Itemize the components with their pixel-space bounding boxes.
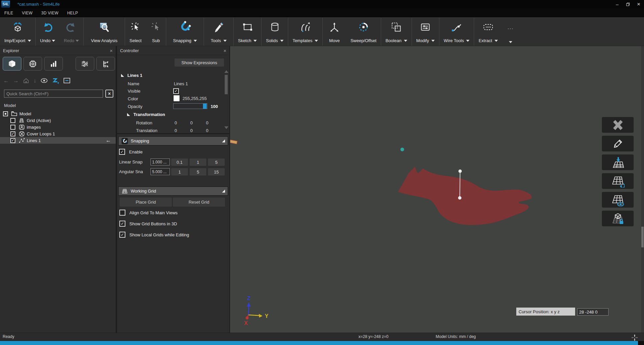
toolbar-move[interactable]: Move xyxy=(323,18,346,46)
angular-preset-1[interactable]: 1 xyxy=(171,168,188,176)
reset-grid-button[interactable]: Reset Grid xyxy=(173,198,225,207)
line-endpoint-top[interactable] xyxy=(458,169,462,173)
tree-item-label[interactable]: Lines 1 xyxy=(27,138,41,143)
grid-checkbox[interactable] xyxy=(10,118,15,123)
line-endpoint-bottom[interactable] xyxy=(458,196,461,200)
search-clear-button[interactable]: × xyxy=(105,90,113,98)
visibility-eye-icon[interactable] xyxy=(40,78,48,84)
measurement-line[interactable] xyxy=(460,171,460,198)
toolbar-redo[interactable]: Redo xyxy=(60,18,83,46)
align-grid-checkbox[interactable] xyxy=(119,210,125,216)
tree-row-grid[interactable]: Grid (Active) xyxy=(0,117,116,124)
tree-item-label[interactable]: Grid (Active) xyxy=(27,118,51,123)
dropdown-arrow-icon[interactable] xyxy=(431,40,435,42)
toolbar-view-analysis[interactable]: View Analysis xyxy=(84,18,125,46)
show-grid-buttons-checkbox[interactable]: ✓ xyxy=(119,221,125,227)
collapse-icon[interactable] xyxy=(222,190,225,193)
dropdown-arrow-icon[interactable] xyxy=(28,40,31,42)
rotation-values[interactable]: 000 xyxy=(175,119,222,126)
name-value[interactable]: Lines 1 xyxy=(174,80,188,87)
collapse-icon[interactable] xyxy=(222,139,225,142)
viewport-scroll-thumb[interactable] xyxy=(641,227,644,247)
viewport-scrollbar[interactable] xyxy=(641,46,644,333)
cover-loops-checkbox[interactable]: ✓ xyxy=(10,131,15,136)
scroll-down-icon[interactable] xyxy=(224,126,228,129)
tree-item-label[interactable]: Model xyxy=(19,111,31,116)
dropdown-arrow-icon[interactable] xyxy=(404,40,407,42)
color-swatch[interactable] xyxy=(173,95,180,102)
dropdown-arrow-icon[interactable] xyxy=(315,40,318,42)
angular-preset-15[interactable]: 15 xyxy=(208,168,225,176)
maximize-button[interactable] xyxy=(623,0,633,8)
grid-edit-button[interactable] xyxy=(602,136,634,151)
tree-row-model[interactable]: Model xyxy=(0,110,116,117)
linear-snap-input[interactable]: 1.000 ... xyxy=(150,158,170,165)
minimize-button[interactable]: – xyxy=(612,0,623,8)
images-checkbox[interactable] xyxy=(10,125,15,130)
toolbar-overflow[interactable]: ... xyxy=(502,18,519,46)
grid-lock-button[interactable] xyxy=(602,211,634,226)
grid-close-button[interactable] xyxy=(602,117,634,133)
toolbar-sweep-offset[interactable]: Sweep/Offset xyxy=(346,18,381,46)
opacity-slider-handle[interactable] xyxy=(203,104,207,109)
toolbar-tools[interactable]: Tools xyxy=(204,18,233,46)
down-arrow-icon[interactable]: ↓ xyxy=(33,78,36,84)
menu-3d-view[interactable]: 3D VIEW xyxy=(37,11,63,15)
collapse-minus-icon[interactable] xyxy=(63,78,71,84)
scroll-thumb[interactable] xyxy=(225,75,228,94)
linear-preset-1[interactable]: 1 xyxy=(190,158,206,166)
show-local-grids-checkbox[interactable]: ✓ xyxy=(119,232,125,238)
transform-expander-icon[interactable] xyxy=(127,113,130,116)
dropdown-arrow-icon[interactable] xyxy=(466,40,469,42)
dropdown-arrow-icon[interactable] xyxy=(509,41,512,43)
grid-place-button[interactable] xyxy=(602,154,634,170)
dropdown-arrow-icon[interactable] xyxy=(495,40,498,42)
explorer-close-icon[interactable]: × xyxy=(110,48,113,53)
zoom-extents-icon[interactable] xyxy=(52,77,59,84)
blob-shape[interactable] xyxy=(398,166,532,225)
toolbar-sub[interactable]: Sub xyxy=(146,18,166,46)
snapping-section-header[interactable]: Snapping xyxy=(118,136,228,145)
place-grid-button[interactable]: Place Grid xyxy=(120,198,172,207)
tree-row-cover-loops[interactable]: ✓ Cover Loops 1 xyxy=(0,130,116,137)
back-icon[interactable]: ← xyxy=(3,78,9,84)
dropdown-arrow-icon[interactable] xyxy=(253,40,257,42)
tab-simulation[interactable] xyxy=(23,57,42,71)
linear-preset-5[interactable]: 5 xyxy=(208,158,225,166)
show-expressions-button[interactable]: Show Expressions xyxy=(175,59,224,67)
tree-row-images[interactable]: images xyxy=(0,124,116,130)
angular-snap-input[interactable]: 5.000 ... xyxy=(150,168,170,175)
toolbar-sketch[interactable]: Sketch xyxy=(234,18,261,46)
tree-item-label[interactable]: images xyxy=(27,125,41,130)
toolbar-solids[interactable]: Solids xyxy=(261,18,288,46)
grid-visibility-button[interactable] xyxy=(602,192,634,208)
dropdown-arrow-icon[interactable] xyxy=(223,40,227,42)
tree-row-lines[interactable]: ✓ Lines 1 ← xyxy=(0,137,116,144)
snapping-enable-checkbox[interactable]: ✓ xyxy=(119,149,125,155)
angular-preset-5[interactable]: 5 xyxy=(190,168,206,176)
menu-view[interactable]: VIEW xyxy=(18,11,37,15)
translation-values[interactable]: 000 xyxy=(175,127,222,134)
toolbar-boolean[interactable]: Boolean xyxy=(381,18,412,46)
tab-modeler[interactable] xyxy=(3,57,21,71)
toolbar-templates[interactable]: Templates xyxy=(288,18,322,46)
toolbar-snapping[interactable]: Snapping xyxy=(166,18,204,46)
menu-help[interactable]: HELP xyxy=(63,11,83,15)
toolbar-undo[interactable]: Undo xyxy=(36,18,60,46)
dropdown-arrow-icon[interactable] xyxy=(280,40,284,42)
toolbar-modify[interactable]: Modify xyxy=(412,18,439,46)
opacity-slider[interactable] xyxy=(173,103,207,109)
tree-item-label[interactable]: Cover Loops 1 xyxy=(27,131,55,136)
lines-checkbox[interactable]: ✓ xyxy=(10,138,15,143)
tab-tree-view[interactable] xyxy=(96,57,115,71)
toolbar-extract[interactable]: Extract xyxy=(474,18,502,46)
close-button[interactable]: × xyxy=(633,0,644,8)
dropdown-arrow-icon[interactable] xyxy=(76,40,79,42)
dropdown-arrow-icon[interactable] xyxy=(194,40,197,42)
controller-scrollbar[interactable] xyxy=(224,70,228,130)
working-grid-section-header[interactable]: Working Grid xyxy=(118,187,228,196)
controller-close-icon[interactable]: × xyxy=(223,48,226,53)
quick-search-input[interactable] xyxy=(4,90,103,98)
reference-point[interactable] xyxy=(401,148,404,151)
visible-checkbox[interactable]: ✓ xyxy=(173,88,179,94)
